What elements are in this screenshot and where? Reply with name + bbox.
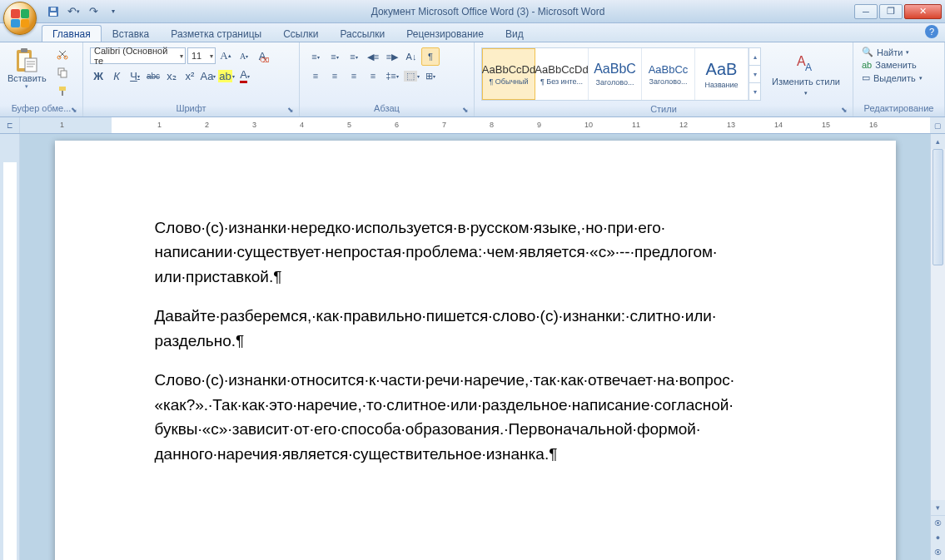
minimize-button[interactable]: ─ — [854, 4, 878, 19]
shading-button[interactable]: ⬚▾ — [402, 67, 420, 85]
bullets-button[interactable]: ≡▾ — [306, 47, 325, 66]
group-clipboard: Вставить ▾ Буфер обме... ⬊ — [0, 42, 83, 116]
paragraph-dialog-launcher[interactable]: ⬊ — [462, 106, 472, 116]
tab-insert[interactable]: Вставка — [102, 25, 161, 42]
clear-formatting-button[interactable]: A⌫ — [254, 47, 271, 64]
style-nospacing[interactable]: AaBbCcDd¶ Без инте... — [535, 48, 589, 100]
paragraph-1[interactable]: Слово·(с)·изнанки·нередко·используется·в… — [155, 216, 804, 289]
line-spacing-button[interactable]: ‡≡▾ — [383, 67, 401, 85]
font-color-button[interactable]: A▾ — [236, 67, 253, 84]
justify-button[interactable]: ≡ — [364, 67, 382, 85]
gallery-down-button[interactable]: ▾ — [749, 66, 760, 83]
decrease-indent-button[interactable]: ◀≡ — [364, 47, 382, 66]
replace-button[interactable]: abЗаменить — [858, 59, 926, 71]
ruler-corner[interactable]: ⊏ — [0, 117, 20, 133]
qat-more-button[interactable]: ▾ — [105, 3, 122, 20]
paragraph-3[interactable]: Слово·(с)·изнанки·относится·к·части·речи… — [155, 368, 804, 466]
increase-indent-button[interactable]: ≡▶ — [383, 47, 401, 66]
paragraph-group-label: Абзац — [303, 103, 470, 116]
browse-object-button[interactable]: ● — [931, 530, 945, 545]
help-button[interactable]: ? — [925, 25, 938, 38]
paste-icon — [13, 47, 40, 73]
next-page-button[interactable]: ⦿ — [931, 545, 945, 560]
subscript-button[interactable]: x₂ — [163, 67, 180, 84]
tab-mailings[interactable]: Рассылки — [329, 25, 395, 42]
gallery-up-button[interactable]: ▴ — [749, 48, 760, 66]
tab-view[interactable]: Вид — [495, 25, 535, 42]
group-paragraph: ≡▾ ≡▾ ≡▾ ◀≡ ≡▶ A↓ ¶ ≡ ≡ ≡ ≡ ‡≡▾ ⬚▾ ⊞▾ Аб… — [300, 42, 475, 116]
ribbon: Вставить ▾ Буфер обме... ⬊ Calibri (Осно… — [0, 42, 945, 117]
vertical-scrollbar[interactable]: ▴ ▾ ⦿ ● ⦿ — [930, 134, 945, 560]
group-font: Calibri (Основной те 11 A▴ A▾ A⌫ Ж К Ч▾ … — [83, 42, 300, 116]
ruler-h-track[interactable]: 1 1 2 3 4 5 6 7 8 9 10 11 12 13 14 15 16 — [20, 117, 930, 133]
font-dialog-launcher[interactable]: ⬊ — [287, 106, 297, 116]
style-heading1[interactable]: AaBbCЗаголово... — [589, 48, 642, 100]
font-group-label: Шрифт — [87, 103, 296, 116]
window-controls: ─ ❐ ✕ — [854, 4, 942, 19]
underline-button[interactable]: Ч▾ — [127, 67, 143, 84]
save-button[interactable] — [45, 3, 62, 20]
scroll-thumb[interactable] — [933, 149, 943, 265]
gallery-expand-button[interactable]: ▾ — [749, 83, 760, 100]
group-editing: 🔍Найти▾ abЗаменить ▭Выделить▾ Редактиров… — [853, 42, 945, 116]
align-center-button[interactable]: ≡ — [326, 67, 344, 85]
copy-button[interactable] — [54, 64, 71, 81]
style-normal[interactable]: AaBbCcDd¶ Обычный — [482, 48, 535, 100]
binoculars-icon: 🔍 — [862, 47, 873, 57]
ruler-vertical[interactable] — [0, 134, 20, 560]
change-case-button[interactable]: Aa▾ — [200, 67, 216, 84]
close-button[interactable]: ✕ — [904, 4, 942, 19]
highlight-button[interactable]: ab▾ — [218, 67, 235, 84]
change-styles-button[interactable]: AA Изменить стили ▾ — [766, 47, 846, 99]
svg-text:A: A — [805, 62, 812, 73]
tab-layout[interactable]: Разметка страницы — [160, 25, 272, 42]
styles-gallery[interactable]: AaBbCcDd¶ Обычный AaBbCcDd¶ Без инте... … — [481, 47, 761, 101]
styles-dialog-launcher[interactable]: ⬊ — [841, 106, 851, 116]
font-size-combo[interactable]: 11 — [187, 47, 216, 64]
maximize-button[interactable]: ❐ — [879, 4, 903, 19]
italic-button[interactable]: К — [108, 67, 125, 84]
page[interactable]: Слово·(с)·изнанки·нередко·используется·в… — [55, 141, 896, 560]
bold-button[interactable]: Ж — [90, 67, 107, 84]
styles-group-label: Стили — [478, 104, 849, 116]
prev-page-button[interactable]: ⦿ — [931, 515, 945, 530]
window-title: Документ Microsoft Office Word (3) - Mic… — [122, 6, 854, 17]
scroll-up-button[interactable]: ▴ — [931, 134, 945, 149]
format-painter-button[interactable] — [54, 82, 71, 99]
show-marks-button[interactable]: ¶ — [421, 47, 440, 66]
find-button[interactable]: 🔍Найти▾ — [858, 46, 926, 58]
superscript-button[interactable]: x² — [182, 67, 198, 84]
style-title[interactable]: AaBНазвание — [695, 48, 749, 100]
paragraph-2[interactable]: Давайте·разберемся,·как·правильно·пишетс… — [155, 304, 804, 353]
tab-home[interactable]: Главная — [42, 25, 102, 42]
align-left-button[interactable]: ≡ — [306, 67, 325, 85]
document-viewport: Слово·(с)·изнанки·нередко·используется·в… — [20, 134, 930, 560]
scroll-down-button[interactable]: ▾ — [931, 500, 945, 515]
shrink-font-button[interactable]: A▾ — [236, 47, 252, 64]
paste-button[interactable]: Вставить ▾ — [3, 44, 51, 92]
scroll-track[interactable] — [931, 149, 945, 500]
borders-button[interactable]: ⊞▾ — [421, 67, 440, 85]
ruler-toggle-button[interactable]: ▢ — [930, 117, 945, 133]
grow-font-button[interactable]: A▴ — [217, 47, 234, 64]
office-button[interactable] — [3, 2, 37, 35]
sort-button[interactable]: A↓ — [402, 47, 420, 66]
multilevel-button[interactable]: ≡▾ — [345, 47, 363, 66]
ribbon-tabs: Главная Вставка Разметка страницы Ссылки… — [0, 23, 945, 42]
strikethrough-button[interactable]: abc — [145, 67, 162, 84]
undo-button[interactable]: ↶▾ — [65, 3, 82, 20]
style-heading2[interactable]: AaBbCcЗаголово... — [642, 48, 695, 100]
svg-rect-6 — [25, 58, 37, 72]
paste-label: Вставить — [7, 73, 47, 83]
font-name-combo[interactable]: Calibri (Основной те — [90, 47, 186, 64]
tab-references[interactable]: Ссылки — [272, 25, 329, 42]
tab-review[interactable]: Рецензирование — [395, 25, 495, 42]
clipboard-dialog-launcher[interactable]: ⬊ — [71, 106, 81, 116]
numbering-button[interactable]: ≡▾ — [326, 47, 344, 66]
align-right-button[interactable]: ≡ — [345, 67, 363, 85]
select-button[interactable]: ▭Выделить▾ — [858, 72, 926, 84]
svg-rect-10 — [61, 71, 67, 77]
cut-button[interactable] — [54, 46, 71, 62]
svg-rect-1 — [50, 12, 57, 16]
redo-button[interactable]: ↷ — [85, 3, 102, 20]
